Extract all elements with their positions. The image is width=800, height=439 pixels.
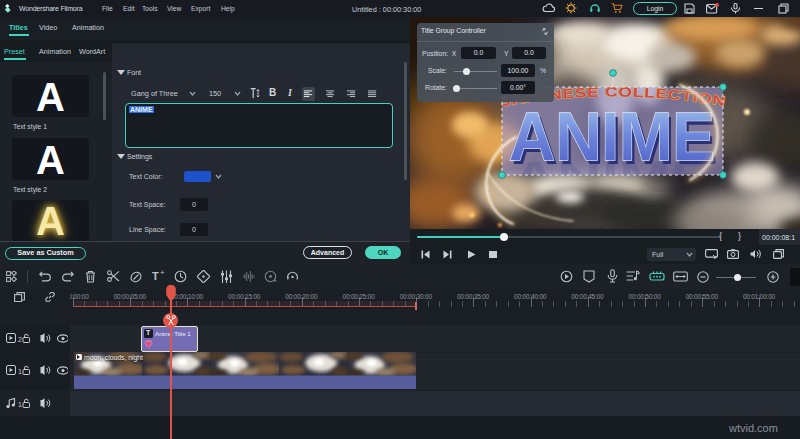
svg-text:1: 1 [18, 401, 22, 408]
svg-text:1: 1 [18, 368, 22, 375]
svg-text:2: 2 [18, 336, 22, 343]
